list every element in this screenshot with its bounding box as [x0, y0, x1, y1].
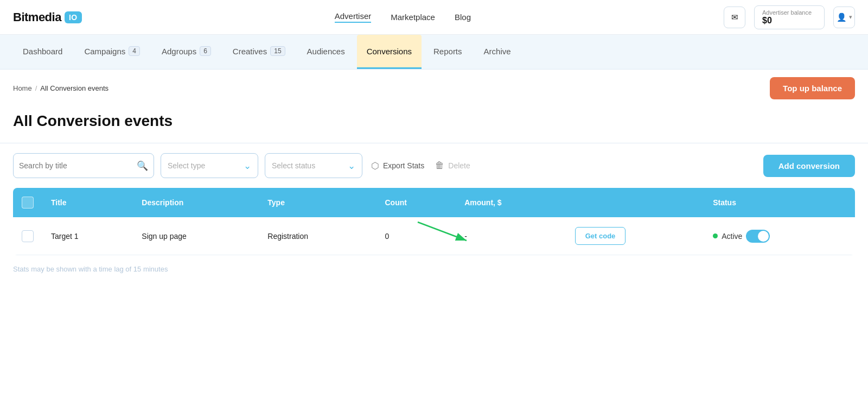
select-all-checkbox[interactable] [22, 197, 34, 209]
export-label: Export Stats [383, 161, 424, 170]
breadcrumb-current: All Conversion events [40, 84, 108, 92]
delete-label: Delete [448, 161, 470, 170]
status-toggle[interactable] [746, 230, 770, 243]
top-nav: Bitmedia IO Advertiser Marketplace Blog … [0, 0, 868, 35]
nav-right: ✉ Advertiser balance $0 👤 ▾ [724, 5, 855, 29]
cell-count: 0 [376, 217, 456, 255]
tab-dashboard[interactable]: Dashboard [13, 35, 72, 69]
th-description: Description [133, 188, 259, 217]
th-select-all[interactable] [13, 188, 42, 217]
mail-button[interactable]: ✉ [724, 7, 745, 28]
search-input[interactable] [19, 161, 135, 170]
table-header: Title Description Type Count Amount, $ S… [13, 188, 855, 217]
logo[interactable]: Bitmedia IO [13, 10, 82, 24]
delete-button[interactable]: 🗑 Delete [433, 160, 472, 171]
search-box: 🔍 [13, 153, 154, 178]
chevron-down-icon: ▾ [849, 14, 852, 21]
user-menu[interactable]: 👤 ▾ [833, 7, 855, 28]
cell-get-code[interactable]: Get code [566, 217, 704, 255]
creatives-badge: 15 [270, 46, 285, 56]
brand-badge: IO [65, 11, 82, 23]
breadcrumb-home[interactable]: Home [13, 84, 32, 92]
status-active: Active [713, 230, 846, 243]
balance-value: $0 [762, 16, 816, 26]
brand-name: Bitmedia [13, 10, 61, 24]
status-label: Active [722, 232, 742, 241]
mail-icon: ✉ [731, 12, 738, 22]
page-title-section: All Conversion events [0, 104, 868, 143]
cell-amount: - [456, 217, 566, 255]
chevron-down-icon: ⌄ [348, 160, 355, 172]
tab-campaigns[interactable]: Campaigns 4 [74, 35, 150, 69]
tab-conversions[interactable]: Conversions [357, 35, 422, 69]
campaigns-badge: 4 [129, 46, 140, 56]
nav-advertiser[interactable]: Advertiser [335, 11, 372, 23]
th-count: Count [376, 188, 456, 217]
get-code-button[interactable]: Get code [575, 227, 626, 245]
export-icon: ⬡ [371, 160, 379, 172]
status-dot [713, 233, 718, 238]
row-checkbox[interactable] [22, 230, 34, 242]
table-row: Target 1 Sign up page Registration 0 - [13, 217, 855, 255]
cell-type: Registration [259, 217, 376, 255]
adgroups-badge: 6 [200, 46, 211, 56]
trash-icon: 🗑 [435, 160, 444, 171]
balance-label: Advertiser balance [762, 9, 816, 16]
tab-archive[interactable]: Archive [474, 35, 521, 69]
footnote: Stats may be shown with a time lag of 15… [0, 255, 868, 283]
topup-button[interactable]: Top up balance [770, 77, 855, 99]
user-icon: 👤 [837, 12, 847, 22]
row-checkbox-cell[interactable] [13, 217, 42, 255]
th-title: Title [42, 188, 133, 217]
th-actions [566, 188, 704, 217]
cell-description: Sign up page [133, 217, 259, 255]
divider [0, 143, 868, 143]
select-status[interactable]: Select status ⌄ [265, 153, 362, 178]
tab-audiences[interactable]: Audiences [297, 35, 355, 69]
th-status: Status [704, 188, 855, 217]
page-title: All Conversion events [13, 112, 855, 130]
filter-row: 🔍 Select type ⌄ Select status ⌄ ⬡ Export… [0, 153, 868, 188]
advertiser-balance: Advertiser balance $0 [754, 5, 825, 29]
breadcrumb: Home / All Conversion events [13, 84, 108, 92]
search-icon[interactable]: 🔍 [137, 160, 148, 172]
select-type[interactable]: Select type ⌄ [161, 153, 258, 178]
export-stats-button[interactable]: ⬡ Export Stats [369, 160, 426, 172]
breadcrumb-row: Home / All Conversion events Top up bala… [0, 70, 868, 104]
th-amount: Amount, $ [456, 188, 566, 217]
cell-status: Active [704, 217, 855, 255]
select-status-label: Select status [272, 161, 315, 170]
table-body: Target 1 Sign up page Registration 0 - [13, 217, 855, 255]
tab-reports[interactable]: Reports [424, 35, 472, 69]
nav-marketplace[interactable]: Marketplace [391, 12, 435, 22]
select-type-label: Select type [168, 161, 205, 170]
tabs-nav: Dashboard Campaigns 4 Adgroups 6 Creativ… [0, 35, 868, 70]
toggle-knob [758, 231, 769, 242]
add-conversion-button[interactable]: Add conversion [763, 155, 855, 177]
tab-creatives[interactable]: Creatives 15 [223, 35, 295, 69]
breadcrumb-separator: / [35, 84, 37, 92]
chevron-down-icon: ⌄ [244, 160, 251, 172]
table-section: Title Description Type Count Amount, $ S… [0, 188, 868, 255]
cell-title: Target 1 [42, 217, 133, 255]
tab-adgroups[interactable]: Adgroups 6 [152, 35, 221, 69]
nav-blog[interactable]: Blog [455, 12, 471, 22]
th-type: Type [259, 188, 376, 217]
nav-links: Advertiser Marketplace Blog [335, 11, 471, 23]
conversions-table: Title Description Type Count Amount, $ S… [13, 188, 855, 255]
